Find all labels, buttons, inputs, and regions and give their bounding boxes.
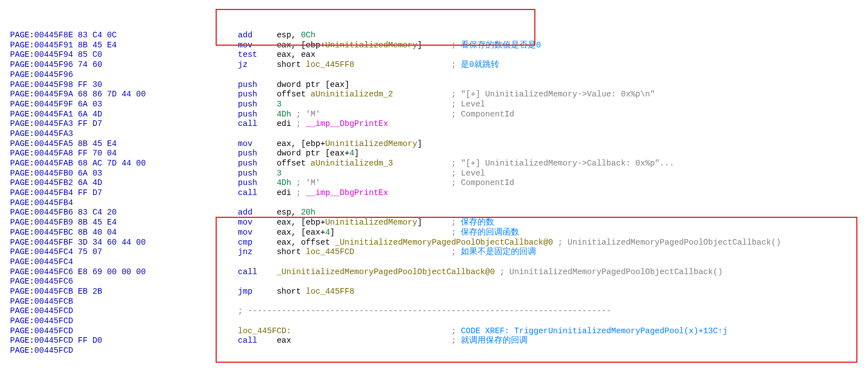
asm-line[interactable]: PAGE:00445F96 xyxy=(10,70,868,80)
asm-line[interactable]: PAGE:00445FCD xyxy=(10,346,868,356)
asm-line[interactable]: PAGE:00445F9F 6A 03 push 3 ; Level xyxy=(10,100,868,110)
asm-line[interactable]: PAGE:00445FC4 xyxy=(10,257,868,267)
asm-line[interactable]: PAGE:00445FCD FF D0 call eax ; 就调用保存的回调 xyxy=(10,336,868,346)
asm-line[interactable]: PAGE:00445FCB xyxy=(10,297,868,307)
asm-line[interactable]: PAGE:00445FA3 FF D7 call edi ; __imp__Db… xyxy=(10,119,868,129)
asm-line[interactable]: PAGE:00445FC6 xyxy=(10,277,868,287)
asm-line[interactable]: PAGE:00445FA3 xyxy=(10,129,868,139)
asm-line[interactable]: PAGE:00445FCD loc_445FCD: ; CODE XREF: T… xyxy=(10,327,868,337)
asm-line[interactable]: PAGE:00445FC4 75 07 jnz short loc_445FCD… xyxy=(10,247,868,257)
asm-line[interactable]: PAGE:00445FA5 8B 45 E4 mov eax, [ebp+Uni… xyxy=(10,139,868,149)
asm-line[interactable]: PAGE:00445FB0 6A 03 push 3 ; Level xyxy=(10,169,868,179)
asm-line[interactable]: PAGE:00445FAB 68 AC 7D 44 00 push offset… xyxy=(10,159,868,169)
asm-line[interactable]: PAGE:00445FB4 FF D7 call edi ; __imp__Db… xyxy=(10,188,868,198)
asm-line[interactable]: PAGE:00445F94 85 C0 test eax, eax xyxy=(10,50,868,60)
asm-line[interactable]: PAGE:00445FCD xyxy=(10,317,868,327)
disassembly-listing: PAGE:00445F8E 83 C4 0C add esp, 0ChPAGE:… xyxy=(0,30,868,356)
asm-line[interactable]: PAGE:00445FA8 FF 70 04 push dword ptr [e… xyxy=(10,149,868,159)
asm-line[interactable]: PAGE:00445FC6 E8 69 00 00 00 call _Unini… xyxy=(10,267,868,278)
asm-line[interactable]: PAGE:00445FCD ; ------------------------… xyxy=(10,306,868,317)
asm-line[interactable]: PAGE:00445F91 8B 45 E4 mov eax, [ebp+Uni… xyxy=(10,41,868,51)
asm-line[interactable]: PAGE:00445F96 74 60 jz short loc_445FF8 … xyxy=(10,60,868,70)
asm-line[interactable]: PAGE:00445F98 FF 30 push dword ptr [eax] xyxy=(10,80,868,90)
asm-line[interactable]: PAGE:00445F8E 83 C4 0C add esp, 0Ch xyxy=(10,31,868,41)
asm-line[interactable]: PAGE:00445FB2 6A 4D push 4Dh ; 'M' ; Com… xyxy=(10,178,868,188)
asm-line[interactable]: PAGE:00445F9A 68 86 7D 44 00 push offset… xyxy=(10,90,868,100)
asm-line[interactable]: PAGE:00445FB4 xyxy=(10,198,868,208)
asm-line[interactable]: PAGE:00445FBC 8B 40 04 mov eax, [eax+4] … xyxy=(10,228,868,238)
asm-line[interactable]: PAGE:00445FA1 6A 4D push 4Dh ; 'M' ; Com… xyxy=(10,110,868,120)
asm-line[interactable]: PAGE:00445FB6 83 C4 20 add esp, 20h xyxy=(10,208,868,218)
asm-line[interactable]: PAGE:00445FCB EB 2B jmp short loc_445FF8 xyxy=(10,287,868,297)
asm-line[interactable]: PAGE:00445FB9 8B 45 E4 mov eax, [ebp+Uni… xyxy=(10,218,868,228)
asm-line[interactable]: PAGE:00445FBF 3D 34 60 44 00 cmp eax, of… xyxy=(10,238,868,248)
